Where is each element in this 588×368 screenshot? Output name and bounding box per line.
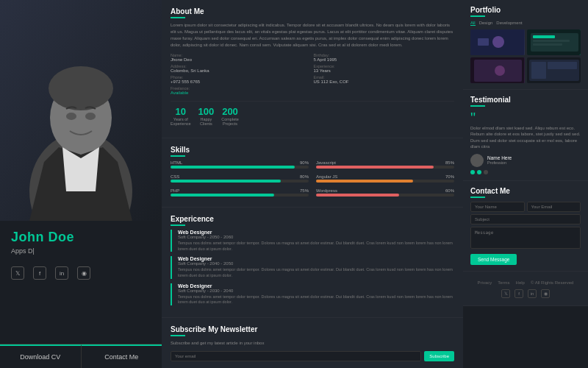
- instagram-icon[interactable]: ◉: [77, 266, 90, 280]
- experience-title: Expericence: [171, 215, 454, 226]
- about-panel: About Me Lorem ipsum dolor sit consectet…: [162, 0, 463, 138]
- contact-name-input[interactable]: [470, 202, 525, 212]
- exp-item-2: Web Designer Soft Company - 2040 - 2050 …: [171, 256, 454, 278]
- privacy-link[interactable]: Privacy: [478, 280, 492, 285]
- contact-email-input[interactable]: [527, 202, 581, 212]
- terms-link[interactable]: Terms: [498, 280, 509, 285]
- author-avatar: [470, 154, 484, 167]
- svg-point-5: [66, 113, 76, 120]
- footer-links: Privacy Terms Help © All Rights Reserved: [470, 277, 581, 288]
- svg-rect-25: [533, 35, 555, 38]
- footer-linkedin-icon[interactable]: in: [528, 289, 537, 298]
- contact-send-button[interactable]: Send Message: [470, 254, 517, 265]
- contact-panel: Contact Me Send Message: [463, 181, 588, 272]
- contact-title: Contact Me: [470, 187, 581, 198]
- author-info: Name Here Profession: [487, 155, 512, 165]
- svg-rect-27: [533, 43, 562, 46]
- skill-js: Javascript85%: [316, 160, 454, 169]
- profile-name: John Doe: [11, 230, 151, 245]
- contact-subject-input[interactable]: [470, 214, 581, 224]
- skills-panel: Skills HTML90% Javascript85% CSS80%: [162, 138, 463, 208]
- testimonial-text: Dolor elmod dlam stet kaed sed. Aliqu re…: [470, 125, 581, 150]
- portfolio-right-thumb-1[interactable]: [470, 29, 525, 55]
- about-title: About Me: [171, 7, 454, 18]
- newsletter-row: Subscribe: [171, 351, 454, 361]
- exp-item-1: Web Designer Soft Company - 2050 - 2060 …: [171, 230, 454, 252]
- newsletter-subscribe-button[interactable]: Subscribe: [424, 351, 454, 361]
- about-text: Lorem ipsum dolor sit consectetur adipis…: [171, 22, 454, 49]
- footer-twitter-icon[interactable]: 𝕏: [501, 289, 510, 298]
- bottom-buttons: Download CV Contact Me: [0, 344, 162, 368]
- svg-rect-26: [533, 40, 570, 42]
- skills-grid: HTML90% Javascript85% CSS80% Angular JS7…: [171, 160, 454, 199]
- stat-experience: 10 Years ofExperience: [171, 106, 191, 126]
- skill-html: HTML90%: [171, 160, 309, 169]
- svg-point-30: [495, 66, 505, 76]
- twitter-icon[interactable]: 𝕏: [11, 266, 24, 280]
- middle-scroll[interactable]: About Me Lorem ipsum dolor sit consectet…: [162, 0, 463, 368]
- svg-point-21: [492, 36, 504, 48]
- social-icons-row: 𝕏 f in ◉: [0, 261, 162, 286]
- stats-row: 10 Years ofExperience 100 HappyClients 2…: [171, 101, 454, 130]
- stat-clients: 100 HappyClients: [198, 106, 215, 126]
- testimonial-author: Name Here Profession: [470, 154, 581, 167]
- newsletter-title: Subscribe My Newsletter: [171, 325, 454, 336]
- footer-socials: 𝕏 f in ◉: [470, 288, 581, 300]
- info-experience: Experience: 13 Years: [314, 64, 455, 73]
- left-panel: John Doe Apps D| 𝕏 f in ◉ Download CV Co…: [0, 0, 162, 368]
- experience-panel: Expericence Web Designer Soft Company - …: [162, 208, 463, 318]
- rfilter-dev[interactable]: Development: [496, 21, 522, 26]
- svg-rect-22: [478, 38, 489, 46]
- skill-wordpress: Wordpress60%: [316, 188, 454, 197]
- portfolio-right-title: Portfolio: [470, 6, 581, 17]
- profile-photo: [0, 0, 162, 221]
- testimonial-dots: [470, 170, 581, 174]
- svg-point-4: [49, 66, 113, 110]
- name-area: John Doe Apps D|: [0, 221, 162, 261]
- contact-message-input[interactable]: [470, 227, 581, 249]
- skills-title: Skills: [171, 146, 454, 157]
- copyright-text: © All Rights Reserved: [531, 280, 573, 285]
- newsletter-subtitle: Subscribe and get my latest article in y…: [171, 340, 454, 347]
- profile-subtitle: Apps D|: [11, 247, 151, 255]
- svg-rect-33: [531, 62, 546, 79]
- contact-name-email-row: [470, 202, 581, 214]
- info-birthday: Birthday: 5 April 1995: [314, 53, 455, 62]
- newsletter-panel: Subscribe My Newsletter Subscribe and ge…: [162, 318, 463, 368]
- dot-1[interactable]: [470, 170, 475, 174]
- info-phone: Phone: +972 555 6765: [171, 75, 312, 84]
- download-cv-button[interactable]: Download CV: [0, 344, 82, 368]
- newsletter-email-input[interactable]: [171, 351, 421, 361]
- middle-panels: About Me Lorem ipsum dolor sit consectet…: [162, 0, 463, 368]
- portfolio-right-thumb-3[interactable]: [470, 57, 525, 83]
- info-email: Email: US 112 Exo, COF: [314, 75, 455, 84]
- svg-point-6: [85, 113, 96, 120]
- rfilter-design[interactable]: Design: [479, 21, 493, 26]
- portfolio-right-thumb-2[interactable]: [527, 29, 581, 55]
- help-link[interactable]: Help: [516, 280, 525, 285]
- facebook-icon[interactable]: f: [33, 266, 46, 280]
- skill-angular: Angular JS70%: [316, 174, 454, 183]
- testimonial-panel: Testimonial " Dolor elmod dlam stet kaed…: [463, 90, 588, 181]
- footer-facebook-icon[interactable]: f: [514, 289, 523, 298]
- dot-3[interactable]: [484, 170, 488, 174]
- exp-item-3: Web Designer Soft Company - 2030 - 2040 …: [171, 283, 454, 305]
- rfilter-all[interactable]: All: [470, 21, 476, 26]
- author-name: Name Here: [487, 155, 512, 160]
- info-freelance: Freelance: Available: [171, 86, 312, 95]
- portfolio-right-grid: [470, 29, 581, 83]
- portfolio-right-thumb-4[interactable]: [527, 57, 581, 83]
- footer-instagram-icon[interactable]: ◉: [541, 289, 550, 298]
- stat-projects: 200 CompleteProjects: [221, 106, 239, 126]
- dot-2[interactable]: [477, 170, 481, 174]
- right-panels: Portfolio All Design Development: [463, 0, 588, 368]
- linkedin-icon[interactable]: in: [55, 266, 68, 280]
- skill-css: CSS80%: [171, 174, 309, 183]
- skill-php: PHP75%: [171, 188, 309, 197]
- contact-me-button[interactable]: Contact Me: [82, 344, 162, 368]
- info-address: Address: Colombo, Sri Lanka: [171, 64, 312, 73]
- footer-panel: Privacy Terms Help © All Rights Reserved…: [463, 272, 588, 306]
- quote-mark: ": [470, 110, 581, 125]
- author-role: Profession: [487, 160, 512, 165]
- portfolio-right-panel: Portfolio All Design Development: [463, 0, 588, 90]
